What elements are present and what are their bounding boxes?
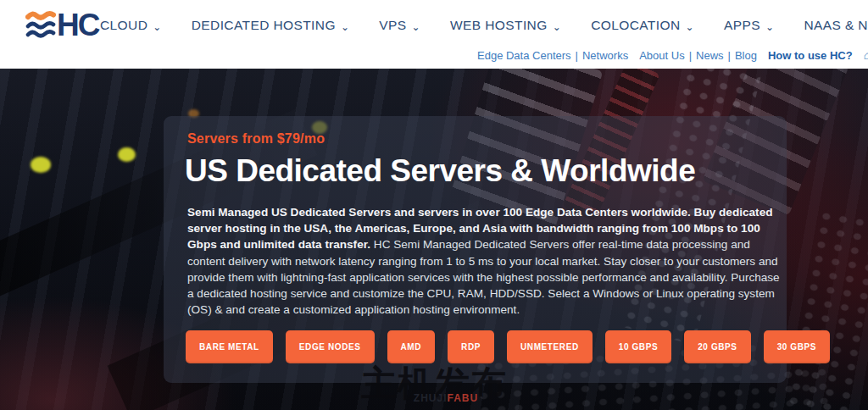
separator: | <box>689 49 692 62</box>
waves-icon <box>25 8 56 42</box>
main-nav: CLOUD ⌄ DEDICATED HOSTING ⌄ VPS ⌄ WEB HO… <box>100 0 868 51</box>
hero-section: Servers from $79/mo US Dedicated Servers… <box>0 69 868 410</box>
20gbps-button[interactable]: 20 GBPS <box>684 330 750 363</box>
separator: | <box>728 49 731 62</box>
nav-label: NAAS & NOS <box>804 18 868 33</box>
nav-item-colocation[interactable]: COLOCATION ⌄ <box>591 18 694 33</box>
secondary-nav: Edge Data Centers | Networks About Us | … <box>477 47 868 63</box>
server-rack-photo <box>784 208 868 410</box>
nav-item-vps[interactable]: VPS ⌄ <box>379 18 420 33</box>
led-light <box>118 147 136 162</box>
link-edge-data-centers[interactable]: Edge Data Centers <box>477 49 571 62</box>
link-about-us[interactable]: About Us <box>639 49 684 62</box>
chevron-down-icon: ⌄ <box>412 23 420 31</box>
link-blog[interactable]: Blog <box>735 49 757 62</box>
home-icon: ⌂ <box>864 48 868 62</box>
nav-label: CLOUD <box>100 18 147 33</box>
edge-nodes-button[interactable]: EDGE NODES <box>286 330 375 363</box>
bare-metal-button[interactable]: BARE METAL <box>186 330 273 363</box>
site-header: HC CLOUD ⌄ DEDICATED HOSTING ⌄ VPS ⌄ WEB… <box>0 0 868 69</box>
led-light <box>31 157 51 173</box>
link-networks[interactable]: Networks <box>582 49 628 62</box>
30gbps-button[interactable]: 30 GBPS <box>764 330 830 363</box>
nav-label: DEDICATED HOSTING <box>192 18 336 33</box>
nav-item-naas-nos[interactable]: NAAS & NOS ⌄ <box>804 18 868 33</box>
hc-logo[interactable]: HC <box>25 8 98 42</box>
watermark-fabu: FABU <box>448 392 479 404</box>
hero-description: Semi Managed US Dedicated Servers and se… <box>187 204 781 318</box>
chevron-down-icon: ⌄ <box>765 23 774 31</box>
hero-button-row: BARE METAL EDGE NODES AMD RDP UNMETERED … <box>186 330 830 363</box>
chevron-down-icon: ⌄ <box>153 23 161 31</box>
nav-label: APPS <box>724 18 760 33</box>
chevron-down-icon: ⌄ <box>685 23 693 31</box>
nav-item-web-hosting[interactable]: WEB HOSTING ⌄ <box>450 18 561 33</box>
nav-item-cloud[interactable]: CLOUD ⌄ <box>100 18 162 33</box>
unmetered-button[interactable]: UNMETERED <box>507 330 593 363</box>
hero-eyebrow: Servers from $79/mo <box>187 131 325 147</box>
chevron-down-icon: ⌄ <box>553 23 561 31</box>
watermark-latin-text: ZHUJIFABU <box>385 392 507 404</box>
nav-label: COLOCATION <box>591 18 680 33</box>
rdp-button[interactable]: RDP <box>448 330 494 363</box>
page-title: US Dedicated Servers & Worldwide <box>185 153 695 189</box>
link-news[interactable]: News <box>696 49 724 62</box>
watermark-zhuji: ZHUJI <box>414 392 448 404</box>
amd-button[interactable]: AMD <box>387 330 436 363</box>
nav-item-apps[interactable]: APPS ⌄ <box>724 18 774 33</box>
separator: | <box>576 49 578 62</box>
link-how-to-use-hc[interactable]: How to use HC? <box>768 49 853 62</box>
logo-text: HC <box>57 8 98 42</box>
page: HC CLOUD ⌄ DEDICATED HOSTING ⌄ VPS ⌄ WEB… <box>0 0 868 410</box>
nav-label: WEB HOSTING <box>450 18 548 33</box>
nav-item-dedicated-hosting[interactable]: DEDICATED HOSTING ⌄ <box>192 18 350 33</box>
10gbps-button[interactable]: 10 GBPS <box>605 330 671 363</box>
nav-label: VPS <box>379 18 406 33</box>
chevron-down-icon: ⌄ <box>341 23 349 31</box>
